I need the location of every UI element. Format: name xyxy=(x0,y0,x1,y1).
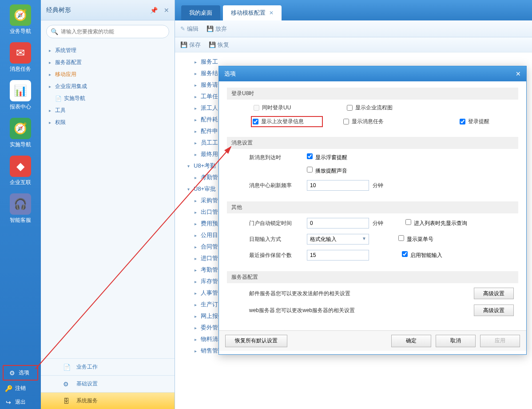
dialog-titlebar[interactable]: 选项 ✕ xyxy=(219,66,526,81)
rail-bottom-选项[interactable]: ⚙选项 xyxy=(3,365,38,381)
pin-icon[interactable]: 📌 xyxy=(150,7,158,14)
content-node-label: U8+审批 xyxy=(194,185,216,193)
tree-node-1[interactable]: ▸服务器配置 xyxy=(49,56,175,68)
toolbar-btn-保存[interactable]: 💾保存 xyxy=(180,41,201,49)
caret-icon: ▸ xyxy=(195,210,201,215)
tree-node-2[interactable]: ▸移动应用 xyxy=(49,68,175,80)
input-autolock[interactable] xyxy=(307,218,369,229)
bottom-tab-2[interactable]: 🗄系统服务 xyxy=(41,392,175,409)
btn-restore-defaults[interactable]: 恢复所有默认设置 xyxy=(225,335,287,347)
cb-list-query[interactable]: 进入列表时先显示查询 xyxy=(405,219,467,227)
bottom-tab-0[interactable]: 📄业务工作 xyxy=(41,358,175,375)
caret-icon: ▸ xyxy=(49,60,55,65)
cb-sound-remind[interactable]: 播放提醒声音 xyxy=(307,167,347,175)
caret-icon: ▸ xyxy=(195,291,201,296)
tab-close-icon[interactable]: ✕ xyxy=(269,10,274,16)
btn-web-advanced[interactable]: 高级设置 xyxy=(474,305,514,316)
rail-bottom-退出[interactable]: ↪退出 xyxy=(0,395,41,409)
bottom-tab-label: 业务工作 xyxy=(76,363,98,371)
left-nav-rail: 🧭业务导航✉消息任务📊报表中心🧭实施导航◆企业互联🎧智能客服 ⚙选项🔑注销↪退出 xyxy=(0,0,41,409)
rail-item-0[interactable]: 🧭业务导航 xyxy=(0,0,41,38)
section-other-header: 其他 xyxy=(227,201,518,213)
close-icon[interactable]: ✕ xyxy=(164,7,169,14)
label-mail-server: 邮件服务器 xyxy=(231,290,276,297)
btn-cancel[interactable]: 取消 xyxy=(436,335,476,347)
content-node-label: U8+考勤 xyxy=(194,162,216,170)
content-node-label: 考勤管 xyxy=(201,266,218,274)
search-input[interactable] xyxy=(46,25,169,38)
caret-icon: ▸ xyxy=(49,108,55,113)
cb-last-login[interactable]: 显示上次登录信息 xyxy=(253,118,319,125)
tree-node-label: 权限 xyxy=(55,119,66,126)
toolbar-btn-恢复[interactable]: 💾恢复 xyxy=(209,41,229,49)
tree-panel: 经典树形 📌 ✕ 🔍 ▸系统管理▸服务器配置▸移动应用▸企业应用集成▸📄实施导航… xyxy=(41,0,175,409)
desc-mail-server: 您可以更改发送邮件的相关设置 xyxy=(276,290,474,297)
tree-node-4[interactable]: ▸📄实施导航 xyxy=(49,92,175,104)
tree-node-6[interactable]: ▸权限 xyxy=(49,116,175,128)
btn-mail-advanced[interactable]: 高级设置 xyxy=(474,288,514,299)
rail-label: 业务导航 xyxy=(0,28,41,35)
bottom-tab-1[interactable]: ⚙基础设置 xyxy=(41,375,175,392)
cb-smart-input[interactable]: 启用智能输入 xyxy=(402,251,442,259)
label-date-input: 日期输入方式 xyxy=(231,236,307,243)
main-tab-0[interactable]: 我的桌面 xyxy=(181,5,220,20)
rail-item-5[interactable]: 🎧智能客服 xyxy=(0,189,41,227)
cb-msg-task[interactable]: 显示消息任务 xyxy=(343,118,410,125)
cb-login-uu[interactable]: 同时登录UU xyxy=(254,104,329,112)
options-dialog: 选项 ✕ 登录U8时 同时登录UU 显示企业流程图 显示上次登录信息 显示消息任… xyxy=(218,66,527,355)
content-node-label: 工单任 xyxy=(201,92,218,100)
rail-bottom-icon: 🔑 xyxy=(4,385,12,392)
tree-node-0[interactable]: ▸系统管理 xyxy=(49,44,175,56)
toolbar-btn-放弃[interactable]: 💾放弃 xyxy=(206,25,227,33)
unit-minute: 分钟 xyxy=(373,182,383,189)
bottom-tab-icon: 📄 xyxy=(63,364,72,371)
caret-icon: ▸ xyxy=(49,48,55,53)
tree-node-label: 系统管理 xyxy=(55,47,76,54)
bottom-tab-icon: 🗄 xyxy=(63,397,72,405)
content-node-label: 服务请 xyxy=(201,81,218,89)
cb-show-process[interactable]: 显示企业流程图 xyxy=(347,104,413,112)
rail-item-4[interactable]: ◆企业互联 xyxy=(0,151,41,189)
cb-float-remind[interactable]: 显示浮窗提醒 xyxy=(307,153,347,161)
cb-login-remind[interactable]: 登录提醒 xyxy=(460,118,526,125)
section-msg-header: 消息设置 xyxy=(227,137,518,149)
content-node-label: 服务工 xyxy=(201,58,218,66)
bottom-tab-icon: ⚙ xyxy=(63,381,72,388)
tree-node-5[interactable]: ▸工具 xyxy=(49,104,175,116)
rail-item-1[interactable]: ✉消息任务 xyxy=(0,38,41,76)
rail-item-2[interactable]: 📊报表中心 xyxy=(0,76,41,113)
main-tab-1[interactable]: 移动模板配置✕ xyxy=(223,5,282,20)
bottom-tab-label: 基础设置 xyxy=(76,380,98,388)
input-recent-count[interactable] xyxy=(307,250,369,261)
toolbar-icon: 💾 xyxy=(209,41,216,48)
tree-node-label: 企业应用集成 xyxy=(55,83,87,90)
content-node-label: 人事管 xyxy=(201,289,218,297)
tree-node-3[interactable]: ▸企业应用集成 xyxy=(49,80,175,92)
input-refresh-freq[interactable] xyxy=(307,180,369,191)
caret-icon: ▸ xyxy=(49,72,55,77)
select-date-input[interactable] xyxy=(307,234,369,245)
content-node-label: 考勤管 xyxy=(201,173,218,181)
caret-icon: ▸ xyxy=(195,221,201,226)
cb-show-menu-no[interactable]: 显示菜单号 xyxy=(398,235,433,243)
label-refresh-freq: 消息中心刷新频率 xyxy=(231,182,307,189)
desc-web-server: 您可以更改web服务器的相关设置 xyxy=(276,307,474,314)
btn-ok[interactable]: 确定 xyxy=(391,335,431,347)
btn-apply[interactable]: 应用 xyxy=(480,335,520,347)
content-node-label: 派工人 xyxy=(201,104,218,112)
tree-header: 经典树形 📌 ✕ xyxy=(41,0,175,20)
toolbar-primary: ✎编辑💾放弃 xyxy=(175,20,532,37)
rail-bottom-icon: ⚙ xyxy=(8,369,16,377)
toolbar-btn-编辑[interactable]: ✎编辑 xyxy=(180,25,199,33)
toolbar-label: 编辑 xyxy=(187,25,199,33)
rail-label: 消息任务 xyxy=(0,65,41,73)
caret-icon: ▸ xyxy=(195,129,201,134)
highlight-last-login: 显示上次登录信息 xyxy=(251,116,323,127)
content-node-label: 库存管 xyxy=(201,277,218,285)
rail-item-3[interactable]: 🧭实施导航 xyxy=(0,113,41,151)
toolbar-icon: ✎ xyxy=(180,25,185,32)
caret-icon: ▸ xyxy=(195,349,201,353)
dialog-close-icon[interactable]: ✕ xyxy=(516,70,521,77)
rail-bottom-注销[interactable]: 🔑注销 xyxy=(0,381,41,395)
content-node-label: 采购管 xyxy=(201,196,218,204)
